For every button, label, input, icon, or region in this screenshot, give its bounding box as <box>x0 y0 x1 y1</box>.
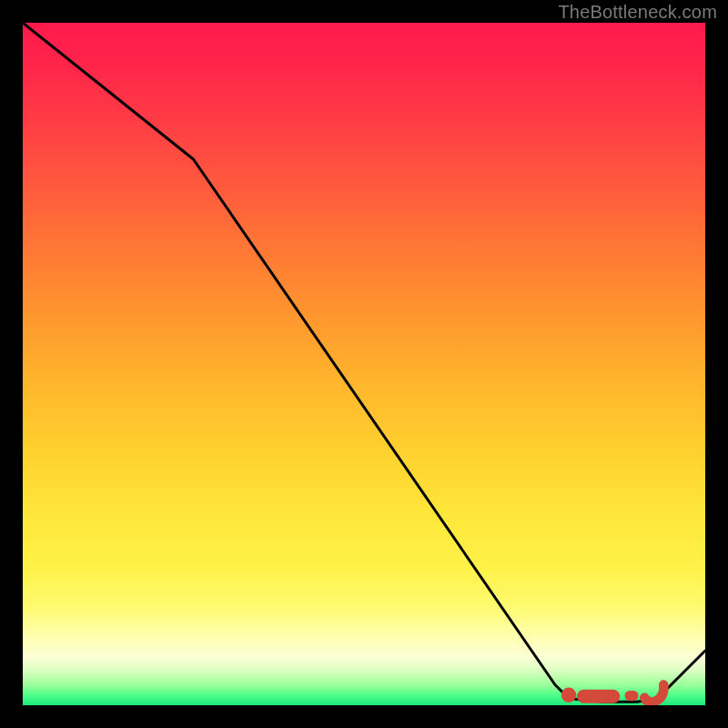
curve-group <box>23 23 705 702</box>
bottleneck-curve-path <box>23 23 705 702</box>
optimal-dot-1 <box>561 688 577 703</box>
chart-svg <box>23 23 705 705</box>
plot-area <box>23 23 705 705</box>
optimal-curl <box>644 685 663 703</box>
optimal-lozenge <box>577 690 620 703</box>
watermark-text: TheBottleneck.com <box>558 2 717 23</box>
optimal-dash <box>625 691 639 701</box>
chart-container: TheBottleneck.com <box>0 0 728 728</box>
